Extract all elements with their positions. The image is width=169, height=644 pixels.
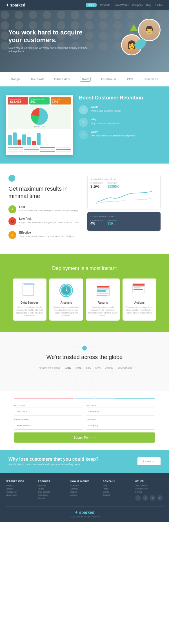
logos-bar: Google Microsoft BARCLAYS Kraft FarmHous… [0, 72, 169, 86]
nav-products[interactable]: Products [100, 4, 110, 6]
social-gplus[interactable]: g+ [157, 495, 163, 501]
social-facebook[interactable]: f [135, 495, 141, 501]
footer-link-actions[interactable]: Actions [70, 494, 99, 496]
svg-point-4 [66, 290, 67, 291]
footer-link-support[interactable]: Support [38, 497, 66, 499]
table-row [8, 151, 71, 152]
footer-bottom: ✦ sparked © 2016 Sparked. All rights res… [6, 506, 163, 518]
boost-item-who: ? Who? Who might leave next and how to k… [79, 130, 163, 139]
actions-card-title: Actions [125, 301, 154, 304]
ss-metric-label: Churn Rate [52, 98, 70, 100]
nav-blog[interactable]: Blog [146, 4, 151, 6]
result-icon-low-risk: ◎ [8, 217, 16, 225]
nav-how-it-works[interactable]: How it Works [114, 4, 129, 6]
ss-revenue-risk: Revenue at Risk -$13,435 [8, 97, 28, 105]
actions-card-desc: Customer retention tools deliver clients… [125, 306, 154, 314]
deploy-card-analysis: Analysis Sparkrd processes virtually all… [49, 279, 83, 320]
footer-link-contact[interactable]: Contact [103, 494, 131, 496]
boost-text-what: What? What is your customer health? [91, 105, 121, 113]
datasource-card-desc: Simply connect your data in minutes. Con… [15, 306, 44, 317]
logo-google: Google [11, 78, 21, 81]
results-icon [88, 282, 117, 299]
boost-title: Boost Customer Retention [79, 95, 163, 101]
social-linkedin[interactable]: in [150, 495, 155, 501]
line-chart-top [90, 191, 157, 205]
nav-contact[interactable]: Contact [155, 4, 163, 6]
bar-4 [22, 134, 26, 145]
results-left: Get maximum results in minimal time ⚡ Fa… [8, 175, 82, 243]
footer-link-terms[interactable]: Terms of Use [135, 485, 163, 487]
boost-text-why: Why? Why customers stay or leave. [91, 118, 120, 125]
footer-link-misc[interactable]: aliquam eget [6, 494, 34, 496]
ss-pie-area: $74,888 +40% [8, 106, 71, 129]
form-group-company: Company: [86, 418, 155, 430]
ss-metric-value: 14% [52, 100, 70, 103]
chart-top: Sparked Retention Blend CHURN RATE 3.5% … [87, 175, 161, 209]
footer-link-events[interactable]: Events [103, 491, 131, 493]
footer-link-analysis[interactable]: Analysis [70, 488, 99, 490]
result-text-effective: Effective You'll make smarter moves by n… [19, 231, 76, 238]
ss-table [8, 147, 71, 152]
footer: SPARKED INFO About us Careers privacy po… [0, 473, 169, 522]
result-text-low-risk: Low Risk Plug in data to our secure engi… [19, 217, 82, 227]
footer-col-title-product: PRODUCT [38, 480, 66, 482]
email-input[interactable] [14, 422, 83, 430]
ss-metric-label: Customers at Risk [30, 98, 48, 100]
footer-link-results[interactable]: Results [70, 491, 99, 493]
hero-content: You work hard to acquire your customers.… [8, 29, 87, 54]
footer-link-careers[interactable]: Careers [6, 488, 34, 490]
form-group-email: Email address: [14, 418, 83, 430]
footer-link-features[interactable]: Features [38, 485, 66, 487]
ss-metric-value: 241 [30, 100, 48, 103]
boost-icon-who: ? [79, 130, 88, 139]
learn-button[interactable]: Learn → [137, 457, 161, 465]
footer-link-integrations[interactable]: Integrations [38, 494, 66, 496]
boost-item-why: ? Why? Why customers stay or leave. [79, 118, 163, 127]
logo-cbs: CBS [127, 78, 133, 81]
cta-title: Why lose customers that you could keep? [8, 457, 99, 462]
form-row-name: First name: Last name: [14, 404, 155, 415]
revenue-metric: REVENUE ↑ $300K [107, 182, 119, 189]
footer-link-press[interactable]: Press [103, 488, 131, 490]
bar-6 [32, 141, 36, 145]
hero-section: You work hard to acquire your customers.… [0, 10, 169, 72]
firstname-input[interactable] [14, 408, 83, 415]
result-fast: ⚡ Fast Our machines are smart and quick.… [8, 205, 82, 213]
footer-link-about[interactable]: About us [6, 485, 34, 487]
results-title: Get maximum results in minimal time [8, 185, 82, 200]
boost-item-what: ? What? What is your customer health? [79, 105, 163, 114]
nav-home[interactable]: Home [86, 3, 97, 7]
form-group-firstname: First name: [14, 404, 83, 415]
footer-columns: SPARKED INFO About us Careers privacy po… [6, 480, 163, 501]
cta-subtitle: Identify 'at-risk' customers early and i… [8, 463, 99, 466]
footer-link-datasources[interactable]: Data Sources [38, 491, 66, 493]
footer-link-blog[interactable]: Blog [103, 485, 131, 487]
footer-link-privacy-other[interactable]: Privacy Policy [135, 488, 163, 490]
footer-link-sitemap[interactable]: Sitemap [135, 491, 163, 493]
nav-company[interactable]: Company [132, 4, 143, 6]
footer-col-sparked: SPARKED INFO About us Careers privacy po… [6, 480, 34, 501]
email-label: Email address: [14, 418, 83, 421]
deploy-cards: Data Sources Simply connect your data in… [6, 279, 163, 320]
lastname-input[interactable] [86, 408, 155, 415]
deploy-card-datasources: Data Sources Simply connect your data in… [13, 279, 46, 320]
result-icon-fast: ⚡ [8, 205, 16, 213]
cta-text: Why lose customers that you could keep? … [8, 457, 99, 466]
footer-link-privacy[interactable]: privacy policy [6, 491, 34, 493]
cta-banner: Why lose customers that you could keep? … [0, 450, 169, 473]
analysis-icon [52, 282, 81, 299]
hero-subtitle: Learn why customers stay, why they leave… [8, 46, 87, 54]
deploy-card-actions: Actions Customer retention tools deliver… [123, 279, 156, 320]
datasource-card-title: Data Sources [15, 301, 44, 304]
globe-decoration [28, 343, 141, 400]
footer-link-overview[interactable]: Overview [70, 485, 99, 487]
social-twitter[interactable]: t [143, 495, 148, 501]
company-input[interactable] [86, 422, 155, 430]
boost-icon-what: ? [79, 105, 88, 114]
footer-social: f t in g+ [135, 495, 163, 501]
logo-kraft: Kraft [80, 77, 90, 82]
submit-button[interactable]: Submit Form → [14, 432, 155, 443]
chart-top-metrics: CHURN RATE 3.5% REVENUE ↑ $300K [90, 182, 157, 189]
footer-link-pricing[interactable]: Pricing [38, 488, 66, 490]
logo[interactable]: ✦sparked [6, 3, 25, 7]
